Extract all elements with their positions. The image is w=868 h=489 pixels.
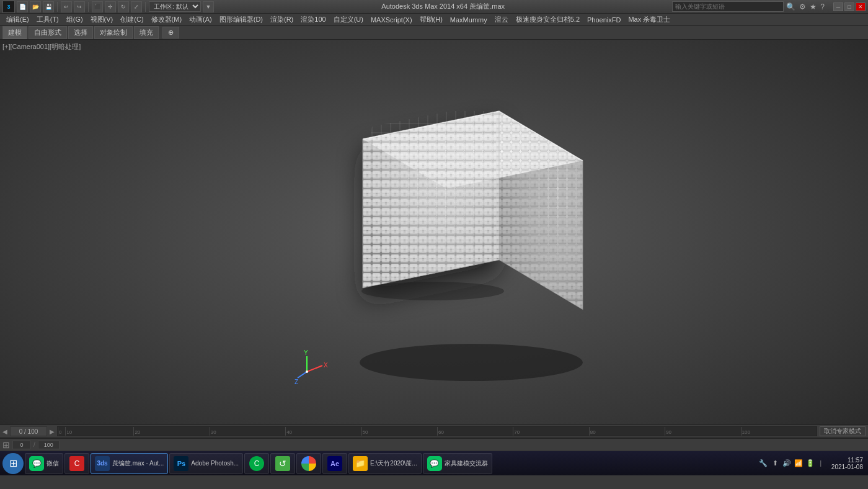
svg-point-54 xyxy=(361,282,504,300)
menu-cloud[interactable]: 渲云 xyxy=(491,14,512,25)
toolbar-icon-move[interactable]: ✛ xyxy=(105,1,116,12)
menu-group[interactable]: 组(G) xyxy=(63,14,87,25)
taskbar-app-c-green[interactable]: C xyxy=(244,453,269,474)
tray-network-icon[interactable]: 📶 xyxy=(794,459,804,469)
taskbar-app-c-red[interactable]: C xyxy=(64,453,89,474)
menu-animation[interactable]: 动画(A) xyxy=(185,14,216,25)
toolbar-icon-redo[interactable]: ↪ xyxy=(74,1,85,12)
wechat-group-label: 家具建模交流群 xyxy=(445,459,488,468)
search-input[interactable] xyxy=(672,1,784,12)
system-tray: 🔧 ⬆ 🔊 📶 🔋 | 11:57 2021-01-08 xyxy=(756,457,866,470)
menu-view[interactable]: 视图(V) xyxy=(87,14,117,25)
ae-icon: Ae xyxy=(327,456,342,471)
menu-help[interactable]: 帮助(H) xyxy=(416,14,446,25)
search-icon[interactable]: 🔍 xyxy=(785,2,797,11)
total-frames-display: 100 xyxy=(38,441,60,449)
start-button[interactable]: ⊞ xyxy=(2,453,24,474)
taskbar-ae[interactable]: Ae xyxy=(322,453,347,474)
toolbar-icon-save[interactable]: 💾 xyxy=(43,1,54,12)
menu-create[interactable]: 创建(C) xyxy=(117,14,147,25)
maximize-button[interactable]: □ xyxy=(844,2,854,11)
tab-add[interactable]: ⊕ xyxy=(162,27,179,38)
svg-line-55 xyxy=(307,366,322,372)
refresh-icon: ↺ xyxy=(275,456,290,471)
taskbar-wechat-group[interactable]: 💬 家具建模交流群 xyxy=(423,453,492,474)
tab-paint[interactable]: 对象绘制 xyxy=(94,26,133,39)
tray-battery-icon[interactable]: 🔋 xyxy=(805,459,815,469)
tray-upload-icon[interactable]: ⬆ xyxy=(770,459,780,469)
windows-logo-icon: ⊞ xyxy=(9,457,17,469)
status-sep-1: / xyxy=(33,441,35,448)
menu-bar: 编辑(E) 工具(T) 组(G) 视图(V) 创建(C) 修改器(M) 动画(A… xyxy=(0,14,868,26)
menu-tools[interactable]: 工具(T) xyxy=(33,14,63,25)
frame-display: 0 / 100 xyxy=(10,426,47,436)
taskbar-photoshop[interactable]: Ps Adobe Photosh... xyxy=(169,453,243,474)
c-green-icon: C xyxy=(249,456,264,471)
taskbar-folder[interactable]: 📁 E:\天竹2020\蔗... xyxy=(348,453,422,474)
taskbar-app-refresh[interactable]: ↺ xyxy=(270,453,295,474)
help-icon[interactable]: ? xyxy=(819,2,826,11)
tray-separator: | xyxy=(820,460,822,467)
title-bar-left: 3 📄 📂 💾 ↩ ↪ ⬛ ✛ ↻ ⤢ 工作区: 默认工作区: 默认 ▼ xyxy=(2,1,214,13)
taskbar: ⊞ 💬 微信 C 3ds 蔗编筐.max - Aut... Ps Adobe P… xyxy=(0,451,868,475)
toolbar-icon-scale[interactable]: ⤢ xyxy=(131,1,142,12)
folder-label: E:\天竹2020\蔗... xyxy=(370,459,417,468)
workspace-dropdown[interactable]: 工作区: 默认工作区: 默认 xyxy=(149,1,201,12)
toolbar-sep-1 xyxy=(57,2,58,12)
tray-sound-icon[interactable]: 🔊 xyxy=(782,459,792,469)
timeline-ruler[interactable]: 0 10 20 30 40 50 60 70 80 90 100 xyxy=(57,426,817,436)
menu-antivirus[interactable]: Max 杀毒卫士 xyxy=(624,14,674,25)
toolbar-sep-2 xyxy=(88,2,89,12)
taskbar-wechat[interactable]: 💬 微信 xyxy=(25,453,63,474)
tab-fill[interactable]: 填充 xyxy=(134,26,159,39)
minimize-button[interactable]: ─ xyxy=(833,2,843,11)
svg-text:Z: Z xyxy=(294,379,298,385)
timeline-arrow-right[interactable]: ▶ xyxy=(50,428,55,435)
cancel-expert-mode-btn[interactable]: 取消专家模式 xyxy=(820,426,866,436)
settings-icon[interactable]: ⚙ xyxy=(798,2,807,11)
cube-container: X Y Z xyxy=(279,77,589,387)
tab-modeling[interactable]: 建模 xyxy=(2,26,27,39)
toolbar-icon-select[interactable]: ⬛ xyxy=(92,1,103,12)
toolbar-icon-new[interactable]: 📄 xyxy=(17,1,28,12)
star-icon[interactable]: ★ xyxy=(808,2,818,11)
toolbar-icon-rotate[interactable]: ↻ xyxy=(118,1,129,12)
tab-selection[interactable]: 选择 xyxy=(68,26,93,39)
wechat-icon: 💬 xyxy=(29,456,44,471)
menu-modifier[interactable]: 修改器(M) xyxy=(148,14,186,25)
woven-front xyxy=(361,111,583,310)
axis-indicator-group: X Y Z xyxy=(294,349,328,385)
menu-maxmummy[interactable]: MaxMummy xyxy=(446,15,491,25)
title-bar-right: 🔍 ⚙ ★ ? ─ □ ✕ xyxy=(672,1,866,12)
toolbar-icon-workspace-settings[interactable]: ▼ xyxy=(203,1,214,12)
tab-freeform[interactable]: 自由形式 xyxy=(29,26,67,39)
menu-phoenixfd[interactable]: PhoenixFD xyxy=(583,15,624,25)
grid-icon: ⊞ xyxy=(2,440,10,450)
wechat-label: 微信 xyxy=(46,459,59,468)
menu-edit[interactable]: 编辑(E) xyxy=(2,14,33,25)
cube-svg: X Y Z xyxy=(279,77,589,387)
toolbar-icon-open[interactable]: 📂 xyxy=(30,1,41,12)
taskbar-3dsmax[interactable]: 3ds 蔗编筐.max - Aut... xyxy=(91,453,168,474)
tray-settings-icon[interactable]: 🔧 xyxy=(758,459,768,469)
svg-line-59 xyxy=(298,372,307,378)
toolbar-sep-3 xyxy=(145,2,146,12)
app-title: Autodesk 3ds Max 2014 x64 蔗编筐.max xyxy=(381,2,505,10)
menu-render100[interactable]: 渲染100 xyxy=(297,14,329,25)
frame-value-display: 0 xyxy=(12,441,31,449)
toolbar-icon-undo[interactable]: ↩ xyxy=(61,1,72,12)
menu-slim[interactable]: 极速瘦身安全归档5.2 xyxy=(512,14,583,25)
menu-customize[interactable]: 自定义(U) xyxy=(330,14,367,25)
toolbar2: 建模 自由形式 选择 对象绘制 填充 ⊕ xyxy=(0,26,868,40)
menu-maxscript[interactable]: MAXScript(X) xyxy=(367,15,416,25)
viewport-area[interactable]: [+][Camera001][明暗处理] xyxy=(0,40,868,424)
timeline-arrow-left[interactable]: ◀ xyxy=(2,428,7,435)
taskbar-chrome[interactable] xyxy=(296,453,321,474)
svg-point-61 xyxy=(306,370,308,373)
menu-render[interactable]: 渲染(R) xyxy=(267,14,297,25)
chrome-icon xyxy=(301,456,316,471)
menu-graph-editor[interactable]: 图形编辑器(D) xyxy=(216,14,267,25)
close-button[interactable]: ✕ xyxy=(856,2,866,11)
status-bar: ⊞ 0 / 100 xyxy=(0,438,868,451)
3dsmax-label: 蔗编筐.max - Aut... xyxy=(112,459,164,468)
